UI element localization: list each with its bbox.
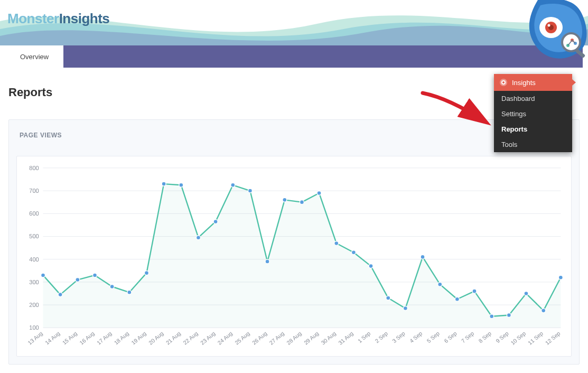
svg-point-40 [283,198,287,202]
svg-point-32 [144,271,148,275]
svg-point-46 [386,296,390,300]
svg-point-49 [438,282,442,286]
svg-text:3 Sep: 3 Sep [391,330,406,344]
brand-logo: MonsterInsights [7,11,109,27]
svg-point-51 [472,289,477,293]
svg-text:600: 600 [29,210,39,217]
svg-point-48 [421,255,425,259]
sidemenu-header[interactable]: Insights [494,74,572,91]
svg-point-44 [351,250,356,255]
sidemenu-item-settings[interactable]: Settings [494,106,572,122]
svg-point-45 [369,264,373,268]
svg-text:800: 800 [29,165,39,171]
svg-point-52 [490,314,494,319]
svg-text:17 Aug: 17 Aug [96,330,113,346]
svg-point-33 [162,182,166,186]
svg-text:4 Sep: 4 Sep [408,330,423,344]
svg-text:20 Aug: 20 Aug [147,330,164,346]
svg-point-34 [179,183,183,187]
svg-text:300: 300 [29,279,39,285]
svg-point-47 [403,306,407,311]
svg-point-54 [524,292,528,296]
svg-text:14 Aug: 14 Aug [44,330,61,346]
sidemenu-item-label: Settings [501,110,526,118]
svg-text:28 Aug: 28 Aug [286,330,303,346]
page-title: Reports [8,86,52,99]
svg-text:8 Sep: 8 Sep [478,330,492,344]
svg-text:200: 200 [29,302,39,308]
chart-box: 10020030040050060070080013 Aug14 Aug15 A… [16,156,572,357]
svg-point-31 [127,290,132,294]
svg-text:700: 700 [29,188,39,194]
sidemenu-item-dashboard[interactable]: Dashboard [494,91,572,106]
insights-mascot-icon [499,78,508,87]
svg-text:29 Aug: 29 Aug [303,330,320,346]
sidemenu-item-reports[interactable]: Reports [494,122,572,137]
svg-point-53 [507,313,511,318]
svg-point-28 [76,278,80,282]
brand-part1: Monster [7,11,59,26]
svg-text:10 Sep: 10 Sep [510,330,527,346]
svg-text:7 Sep: 7 Sep [460,330,475,344]
insights-sidemenu: Insights Dashboard Settings Reports Tool… [494,74,572,152]
svg-text:100: 100 [29,324,39,331]
svg-point-39 [265,259,269,264]
svg-point-41 [300,200,304,204]
brand-part2: Insights [59,11,110,26]
svg-text:22 Aug: 22 Aug [182,330,199,346]
svg-point-56 [558,275,563,279]
svg-point-35 [196,236,200,240]
svg-text:400: 400 [29,256,39,263]
sidemenu-item-label: Dashboard [501,95,535,102]
page-views-panel: PAGE VIEWS 10020030040050060070080013 Au… [8,119,580,365]
tabbar: Overview [5,45,583,68]
svg-text:27 Aug: 27 Aug [268,330,285,346]
svg-text:13 Aug: 13 Aug [27,330,44,346]
svg-text:24 Aug: 24 Aug [217,330,234,346]
svg-text:19 Aug: 19 Aug [130,330,147,346]
svg-text:2 Sep: 2 Sep [374,330,389,344]
svg-text:11 Sep: 11 Sep [527,330,545,346]
svg-text:16 Aug: 16 Aug [79,330,96,346]
svg-point-43 [334,241,339,245]
line-chart: 10020030040050060070080013 Aug14 Aug15 A… [17,156,571,356]
svg-point-26 [41,273,45,277]
panel-title: PAGE VIEWS [20,132,62,139]
sidemenu-header-label: Insights [512,79,536,87]
svg-text:26 Aug: 26 Aug [251,330,268,346]
svg-point-5 [562,33,580,51]
sidemenu-item-tools[interactable]: Tools [494,137,572,152]
sidemenu-item-label: Reports [501,125,527,133]
sidemenu-item-label: Tools [501,141,517,148]
svg-text:30 Aug: 30 Aug [320,330,337,346]
svg-text:12 Sep: 12 Sep [544,330,562,346]
svg-point-55 [542,309,546,313]
tab-overview-label: Overview [20,53,49,61]
svg-point-50 [455,297,459,301]
svg-point-27 [58,293,62,297]
mascot-icon [519,0,588,71]
svg-point-30 [110,285,114,289]
svg-text:25 Aug: 25 Aug [234,330,251,346]
app-header: MonsterInsights [0,0,588,45]
svg-text:21 Aug: 21 Aug [165,330,182,346]
svg-point-90 [502,81,505,83]
svg-point-38 [248,189,252,193]
svg-text:1 Sep: 1 Sep [357,330,371,344]
svg-point-37 [231,183,235,187]
svg-point-4 [548,24,550,27]
svg-point-36 [213,219,218,223]
svg-point-42 [317,191,321,195]
tab-overview[interactable]: Overview [5,45,63,68]
svg-text:31 Aug: 31 Aug [338,330,354,346]
svg-point-29 [93,273,97,277]
svg-text:6 Sep: 6 Sep [443,330,458,344]
svg-text:9 Sep: 9 Sep [495,330,510,344]
svg-text:23 Aug: 23 Aug [199,330,216,346]
svg-text:5 Sep: 5 Sep [426,330,441,344]
svg-text:18 Aug: 18 Aug [113,330,130,346]
svg-text:500: 500 [29,233,39,239]
svg-text:15 Aug: 15 Aug [61,330,78,346]
